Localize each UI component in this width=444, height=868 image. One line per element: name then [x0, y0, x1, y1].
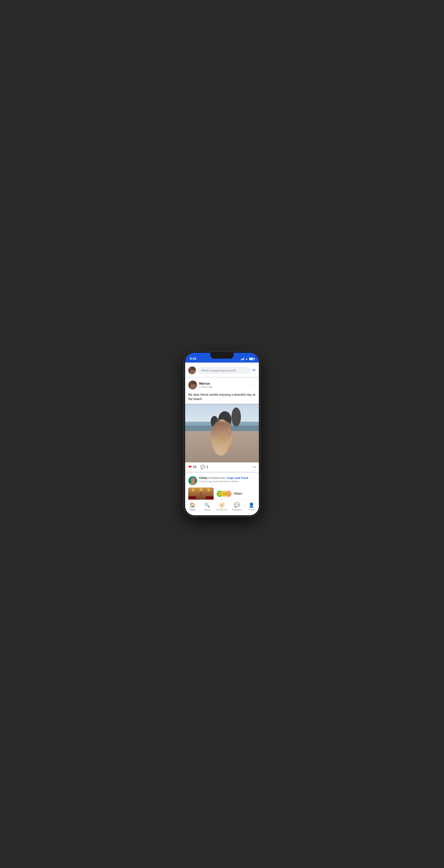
compass-icon: 🧭	[219, 502, 225, 508]
battery-icon	[249, 358, 254, 360]
marcus-user-details: Marcus 2 hours ago	[199, 382, 213, 388]
sad-emoji: 😟	[225, 491, 232, 497]
post-header: Marcus 2 hours ago ···	[185, 378, 259, 392]
marcus-post-text: My dear friend camila enjoying a beautif…	[185, 392, 259, 404]
phone-screen: 9:41 ▲ W	[185, 353, 259, 515]
svg-rect-25	[188, 496, 196, 499]
profile-icon: 👤	[248, 502, 254, 508]
around-you-label: Around You	[216, 508, 228, 511]
nav-around-you[interactable]: 🧭 Around You	[214, 502, 230, 511]
checkin-more-options[interactable]: ···	[251, 476, 256, 481]
comment-action[interactable]: 💬 3	[200, 465, 208, 469]
svg-point-23	[206, 488, 211, 492]
nav-home[interactable]: 🏠 Home	[185, 502, 200, 511]
checkin-card: Chloe Checked into: Cups and Food 3 hour…	[185, 473, 259, 500]
like-action[interactable]: ❤ 59	[188, 464, 197, 469]
nav-messages[interactable]: 💬 Messages	[230, 502, 244, 511]
post-composer[interactable]: What's happening around? ✏	[185, 364, 259, 377]
checkin-verb: Checked into:	[208, 476, 226, 479]
svg-rect-35	[200, 491, 202, 500]
comment-icon[interactable]: 💬	[200, 465, 205, 469]
compose-icon[interactable]: ✏	[252, 368, 256, 373]
status-icons: ▲	[241, 357, 254, 360]
home-label: Home	[190, 508, 195, 511]
composer-input[interactable]: What's happening around?	[198, 367, 250, 374]
post-user-info: Marcus 2 hours ago	[188, 380, 213, 390]
vibes-crowd: 😊 😐 😟 Vibes Crowd	[217, 491, 256, 500]
marcus-more-options[interactable]: ···	[251, 383, 256, 387]
svg-point-21	[191, 488, 196, 492]
checkin-user-info: Chloe Checked into: Cups and Food 3 hour…	[188, 476, 248, 485]
post-actions: ❤ 59 💬 3 ↪	[185, 462, 259, 471]
comment-count: 3	[206, 465, 208, 469]
composer-avatar	[188, 366, 196, 374]
profile-label: Profile	[248, 508, 254, 511]
heart-icon[interactable]: ❤	[188, 464, 192, 469]
chloe-avatar[interactable]	[188, 476, 197, 485]
checkin-place[interactable]: Cups and Food	[227, 476, 248, 479]
phone-frame: 9:41 ▲ W	[184, 351, 260, 517]
marcus-username: Marcus	[199, 382, 213, 385]
share-icon[interactable]: ↪	[252, 464, 256, 469]
bottom-nav: 🏠 Home 🔍 Search 🧭 Around You 💬 Messages …	[185, 500, 259, 515]
signal-icon	[241, 358, 244, 360]
checkin-text-info: Chloe Checked into: Cups and Food 3 hour…	[199, 476, 248, 483]
notch	[210, 353, 234, 359]
checkin-name-line: Chloe Checked into: Cups and Food	[199, 476, 248, 479]
marcus-avatar-container[interactable]	[188, 380, 197, 390]
marcus-post-card: Marcus 2 hours ago ··· My dear friend ca…	[185, 378, 259, 471]
place-image: ♥	[188, 488, 214, 500]
checkin-content: ♥ 😊 😐 😟 Vibes	[188, 488, 256, 500]
nav-profile[interactable]: 👤 Profile	[244, 502, 259, 511]
checkin-time: 3 hours ago and reported as follow:	[199, 480, 248, 483]
beach-scene	[185, 404, 259, 462]
search-icon: 🔍	[204, 502, 210, 508]
messages-icon: 💬	[234, 502, 240, 508]
composer-placeholder: What's happening around?	[201, 369, 236, 372]
svg-rect-26	[196, 499, 200, 500]
emoji-group: 😊 😐 😟	[217, 491, 231, 497]
nav-search[interactable]: 🔍 Search	[200, 502, 215, 511]
svg-rect-31	[202, 499, 206, 500]
marcus-post-image	[185, 404, 259, 462]
status-time: 9:41	[190, 357, 197, 361]
marcus-post-time: 2 hours ago	[199, 385, 213, 388]
svg-point-3	[231, 407, 241, 426]
svg-rect-14	[191, 480, 193, 481]
feed-area[interactable]: What's happening around? ✏ Marcus 2 hour…	[185, 363, 259, 500]
vibes-label: Vibes	[234, 492, 242, 496]
like-count: 59	[193, 465, 197, 469]
checkin-header: Chloe Checked into: Cups and Food 3 hour…	[188, 476, 256, 485]
search-label: Search	[204, 508, 211, 511]
checkin-username: Chloe	[199, 476, 207, 479]
messages-label: Messages	[232, 508, 242, 511]
home-icon: 🏠	[190, 502, 196, 508]
svg-rect-30	[205, 496, 214, 499]
wifi-icon: ▲	[245, 357, 248, 360]
vibes-section: 😊 😐 😟 Vibes	[217, 491, 256, 497]
